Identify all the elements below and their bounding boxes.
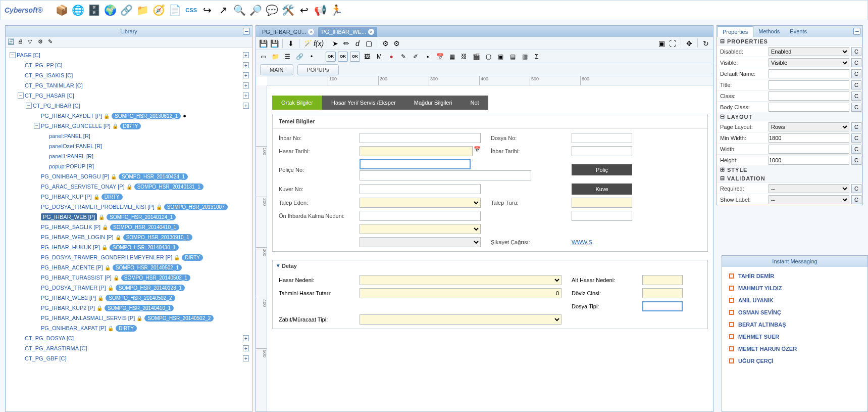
world-icon[interactable]: 🌍 [104, 3, 118, 17]
search-icon[interactable]: 🔎 [249, 3, 263, 17]
tree-node[interactable]: panelOzet:PANEL [R] [7, 141, 251, 151]
tree-node[interactable]: −CT_PG_HASAR [C]+ [7, 90, 251, 101]
c-button[interactable]: C [851, 91, 861, 101]
image-icon[interactable]: 🖼 [362, 52, 372, 62]
tree-node[interactable]: −CT_PG_IHBAR [C]+ [7, 101, 251, 111]
props-collapse-button[interactable]: − [853, 28, 860, 35]
tahmini-input[interactable] [360, 288, 561, 298]
panel-icon[interactable]: ▭ [258, 52, 268, 62]
zabit-select[interactable] [360, 314, 561, 325]
tree-label[interactable]: CT_PG_IHBAR [C] [33, 103, 80, 109]
tree-label[interactable]: PG_ARAC_SERVISTE_ONAY [P] [41, 184, 125, 190]
expand-icon[interactable]: − [18, 93, 24, 99]
css-icon[interactable]: CSS [184, 3, 198, 17]
tree-label[interactable]: PG_IHBAR_KUP2 [P] [41, 305, 95, 311]
tree-label[interactable]: panel:PANEL [R] [49, 133, 90, 139]
globe-icon[interactable]: 🌐 [71, 3, 85, 17]
link-icon[interactable]: 🔗 [294, 52, 304, 62]
film-icon[interactable]: 🎬 [471, 52, 481, 62]
tree-node[interactable]: CT_PG_PP [C]+ [7, 60, 251, 70]
tree-label[interactable]: CT_PG_HASAR [C] [25, 93, 74, 99]
cube-icon[interactable]: 📦 [55, 3, 69, 17]
extra-select1[interactable] [360, 224, 481, 234]
tree-node[interactable]: panel:PANEL [R] [7, 131, 251, 141]
arrow-icon[interactable]: ➤ [330, 38, 340, 49]
library-tree[interactable]: −PAGE [C]+CT_PG_PP [C]+CT_PG_ISAKIS [C]+… [6, 48, 252, 411]
tree-node[interactable]: PG_IHBAR_SAGLIK [P]🔒SOMPO_HSR_20140410_1 [7, 222, 251, 232]
tree-node[interactable]: CT_PG_TANIMLAR [C]+ [7, 80, 251, 90]
show-label-select[interactable]: -- [769, 195, 849, 204]
tree-label[interactable]: CT_PG_PP [C] [25, 62, 62, 68]
tree-node[interactable]: CT_PG_DOSYA [C]+ [7, 333, 251, 343]
tree-label[interactable]: PG_IHBAR_GUNCELLE [P] [41, 123, 111, 129]
talep-turu-input[interactable] [572, 198, 632, 208]
ok3-icon[interactable]: OK [350, 52, 360, 62]
export-icon[interactable]: ↗ [217, 3, 231, 17]
fit-icon[interactable]: ▣ [656, 38, 667, 49]
tree-label[interactable]: PG_IHBAR_KUP [P] [41, 194, 92, 200]
alt-hasar-input[interactable] [642, 275, 683, 285]
body-class-input[interactable] [769, 103, 849, 112]
gear2-icon[interactable]: ⚙ [391, 38, 401, 49]
tree-label[interactable]: PG_DOSYA_TRAMER_PROBLEMLI_KISI [P] [41, 204, 155, 210]
tree-node[interactable]: CT_PG_GBF [C]+ [7, 353, 251, 363]
run-icon[interactable]: 🏃 [330, 3, 344, 17]
on-ihbar-input[interactable] [360, 211, 481, 221]
form-tab-hasar[interactable]: Hasar Yeri/ Servis /Eksper [322, 96, 405, 110]
tree-node[interactable]: PG_DOSYA_TRAMER [P]🔒SOMPO_HSR_20140128_1 [7, 283, 251, 293]
tab-events[interactable]: Events [785, 26, 812, 36]
refresh-icon[interactable]: ↻ [701, 38, 711, 49]
im-user[interactable]: TAHİR DEMİR [727, 270, 862, 282]
close-icon[interactable]: × [368, 29, 374, 35]
wand-icon[interactable]: 🪄 [302, 38, 313, 49]
tree-node[interactable]: PG_IHBAR_WEB_LOGIN [P]🔒SOMPO_HSR_2013091… [7, 232, 251, 242]
sitemap-icon[interactable]: 🔗 [120, 3, 134, 17]
tree-node[interactable]: −PG_IHBAR_GUNCELLE [P]🔒DIRTY [7, 121, 251, 131]
c-button[interactable]: C [851, 195, 861, 204]
tree-node[interactable]: PG_IHBAR_ANLASMALI_SERVIS [P]🔒SOMPO_HSR_… [7, 313, 251, 323]
width-input[interactable] [769, 145, 849, 154]
extra-select2[interactable] [360, 237, 481, 247]
fx-icon[interactable]: f(x) [314, 38, 324, 49]
kuver-no-input[interactable] [360, 184, 481, 194]
c-button[interactable]: C [851, 58, 861, 67]
folder-icon[interactable]: 📁 [136, 3, 150, 17]
visible-select[interactable]: Visible [769, 58, 849, 67]
tree-node[interactable]: PG_IHBAR_ACENTE [P]🔒SOMPO_HSR_20140502_1 [7, 262, 251, 272]
title-input[interactable] [769, 80, 849, 89]
download-icon[interactable]: ⬇ [286, 38, 296, 49]
police-no-input2[interactable] [360, 170, 531, 180]
tree-label[interactable]: CT_PG_GBF [C] [25, 355, 67, 361]
c-button[interactable]: C [851, 133, 861, 143]
tree-node[interactable]: PG_ARAC_SERVISTE_ONAY [P]🔒SOMPO_HSR_2014… [7, 181, 251, 192]
tree-label[interactable]: CT_PG_ISAKIS [C] [25, 72, 73, 78]
arrows-icon[interactable]: ✥ [684, 38, 694, 49]
kuver-button[interactable]: Kuve [572, 184, 632, 195]
police-no-input[interactable] [360, 159, 471, 169]
tree-node[interactable]: CT_PG_ARASTIRMA [C]+ [7, 343, 251, 353]
tree-node[interactable]: PG_DOSYA_TRAMER_GONDERILEMEYENLER [P]🔒DI… [7, 252, 251, 262]
add-icon[interactable]: + [243, 62, 249, 68]
im-user[interactable]: OSMAN SEVİNÇ [727, 306, 862, 318]
c-button[interactable]: C [851, 80, 861, 89]
add-icon[interactable]: + [243, 335, 249, 341]
talep-eden-select[interactable] [360, 198, 481, 208]
library-collapse-button[interactable]: − [243, 28, 250, 35]
tree-node[interactable]: CT_PG_ISAKIS [C]+ [7, 70, 251, 80]
tree-node[interactable]: PG_IHBAR_HUKUK [P]🔒SOMPO_HSR_20140430_1 [7, 242, 251, 252]
d-icon[interactable]: d [352, 38, 363, 49]
form-tab-not[interactable]: Not [462, 96, 488, 110]
tree-label[interactable]: PG_IHBAR_HUKUK [P] [41, 244, 100, 250]
tree-label[interactable]: CT_PG_TANIMLAR [C] [25, 82, 83, 88]
tree-node[interactable]: PG_ONIHBAR_KAPAT [P]🔒DIRTY [7, 323, 251, 333]
box2-icon[interactable]: ▣ [495, 52, 505, 62]
c-button[interactable]: C [851, 103, 861, 112]
hasar-tarihi-input[interactable] [360, 146, 473, 156]
im-user[interactable]: MEHMET SUER [727, 331, 862, 343]
lib-filter-icon[interactable]: ▽ [28, 38, 36, 47]
tree-node[interactable]: −PAGE [C]+ [7, 50, 251, 60]
announce-icon[interactable]: 📢 [314, 3, 328, 17]
add-icon[interactable]: + [243, 82, 249, 88]
expand-icon[interactable]: − [10, 52, 16, 58]
c-button[interactable]: C [851, 145, 861, 154]
